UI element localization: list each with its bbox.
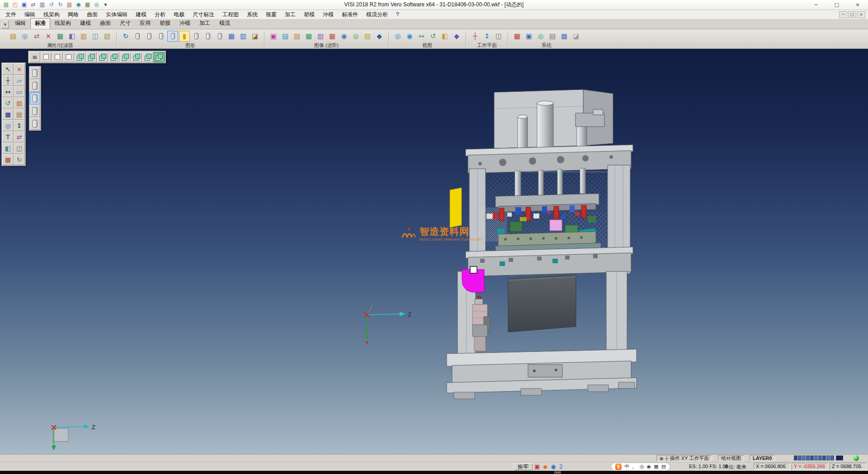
profile-icon[interactable]: ▤ [547,31,558,42]
isometric-view-icon[interactable]: ◆ [451,31,462,42]
mdi-close-button[interactable]: × [857,11,865,18]
tab-2[interactable]: 标准 [30,18,50,29]
menu-item-11[interactable]: 工程图 [218,10,243,19]
element-filter-icon[interactable]: ◎ [19,31,30,42]
select-icon[interactable]: ↖ [2,63,14,75]
viewbar-menu-icon[interactable]: ≡ [29,52,40,62]
grid-icon[interactable]: ▦ [83,1,92,9]
attribute-edit-icon[interactable]: ▤ [8,31,19,42]
create-workplane-icon[interactable]: ┼ [470,31,481,42]
network-indicator-icon[interactable]: ◉ [551,463,556,470]
tab-overflow-button[interactable]: ▾ [1,20,9,28]
system-info-icon[interactable]: ◪ [571,31,581,42]
bottom-view-icon[interactable] [142,52,153,62]
edit-geometry-icon[interactable]: ▭ [14,86,25,97]
hidden-line-view-icon[interactable] [63,52,74,62]
toolbox-icon[interactable]: ▤ [661,463,666,471]
shaded-cylinder-icon[interactable] [144,31,155,42]
iso-view-icon[interactable] [75,52,85,62]
zoom-in-icon[interactable]: ◎ [2,120,14,131]
wireframe-cylinder-icon[interactable] [132,31,143,42]
view-manager-icon[interactable]: ◉ [74,1,83,9]
lighting-icon[interactable]: ▥ [315,31,326,42]
window-select-icon[interactable]: ◫ [90,31,101,42]
active-layer-indicator[interactable]: LAYER0 [750,455,775,461]
sketch-icon[interactable]: ▱ [14,75,25,86]
mdi-restore-button[interactable]: □ [848,11,856,18]
mic-icon[interactable]: ◉ [647,463,651,471]
sheet-icon[interactable]: ▤ [14,109,25,120]
close-button[interactable]: × [847,0,868,9]
menu-item-14[interactable]: 加工 [281,10,300,19]
shadow-icon[interactable]: ▨ [292,31,302,42]
zoom-window-icon[interactable]: ◉ [404,31,415,42]
options-icon[interactable]: ◎ [535,31,546,42]
menu-item-13[interactable]: 视窗 [262,10,281,19]
top-view-icon[interactable] [131,52,142,62]
left-view-icon[interactable] [108,52,119,62]
color-palette-icon[interactable]: ▦ [512,31,523,42]
tab-8[interactable]: 塑膜 [155,18,175,29]
error-indicator-icon[interactable]: ▣ [534,463,540,470]
effects-icon[interactable]: ▧ [362,31,373,42]
body-list-icon[interactable]: ▥ [238,31,249,42]
snap-point-icon[interactable]: ┼ [2,75,14,86]
undo-step-icon[interactable]: ↻ [14,154,25,165]
import-icon[interactable]: ⇄ [29,1,38,9]
tab-3[interactable]: 线架构 [50,18,75,29]
lock-button[interactable]: 拴牢 [514,463,533,470]
wireframe-view-icon[interactable] [41,52,52,62]
menu-item-18[interactable]: 模流分析 [362,10,392,19]
menu-item-16[interactable]: 冲模 [319,10,338,19]
transparent-cylinder-icon[interactable] [191,31,202,42]
tab-11[interactable]: 模流 [215,18,235,29]
system-settings-icon[interactable]: ▣ [524,31,534,42]
section-view-icon[interactable]: ◪ [250,31,260,42]
hatch-filter-icon[interactable]: ▧ [102,31,113,42]
menu-item-12[interactable]: 系统 [243,10,262,19]
layer-doc-icon-3[interactable] [30,92,40,104]
palette-color-10[interactable] [830,455,834,460]
material-icon[interactable]: ▩ [303,31,314,42]
dynamic-rotate-icon[interactable]: ↺ [2,97,14,109]
camera-icon[interactable]: ◉ [339,31,349,42]
refresh-graphics-icon[interactable]: ↻ [120,31,131,42]
render-mode-icon[interactable] [167,31,178,42]
warning-indicator-icon[interactable]: ◆ [543,463,547,470]
ime-toolbar[interactable]: S中。◎◉▦▤ [611,463,670,471]
measure-icon[interactable]: ↕ [14,120,25,131]
palette-color-1[interactable] [794,455,797,460]
layers-icon[interactable]: ▧ [65,1,74,9]
menu-item-19[interactable]: ? [392,10,403,19]
viewport[interactable]: Z Z ≡ ↖×┼▱↔▭↺▨■▤◎↕T⇄◧◫▩↻ [0,49,868,454]
undo-icon[interactable]: ↺ [47,1,56,9]
menu-item-10[interactable]: 尺寸标注 [189,10,218,19]
outline-cylinder-icon[interactable] [203,31,213,42]
workplane-list-icon[interactable]: ◫ [493,31,504,42]
copy-icon[interactable]: ◫ [14,142,25,154]
advanced-image-icon[interactable]: ◆ [374,31,385,42]
sogou-logo-icon[interactable]: S [615,464,622,470]
tab-4[interactable]: 建模 [75,18,95,29]
menu-item-1[interactable]: 文件 [1,10,20,19]
tab-5[interactable]: 曲面 [95,18,115,29]
mirror-icon[interactable]: ⇄ [14,131,25,142]
rotate-view-icon[interactable]: ↺ [428,31,439,42]
tab-9[interactable]: 冲模 [175,18,195,29]
lang-mode-icon[interactable]: 中 [624,463,629,471]
palette-color-3[interactable] [802,455,806,460]
swap-filter-icon[interactable]: ⇄ [31,31,42,42]
palette-color-2[interactable] [798,455,802,460]
highlight-faces-icon[interactable]: ▮ [179,31,190,42]
menu-item-2[interactable]: 编辑 [20,10,39,19]
layer-doc-icon-5[interactable] [30,118,40,130]
tab-6[interactable]: 尺寸 [115,18,135,29]
menu-item-7[interactable]: 建模 [132,10,151,19]
delete-icon[interactable]: × [14,63,25,75]
pan-view-icon[interactable]: ↔ [416,31,427,42]
previous-view-icon[interactable]: ◧ [439,31,450,42]
front-view-icon[interactable] [86,52,97,62]
save-icon[interactable]: ▣ [20,1,28,9]
align-workplane-icon[interactable]: ↕ [481,31,492,42]
group-solids-icon[interactable]: ▦ [226,31,237,42]
